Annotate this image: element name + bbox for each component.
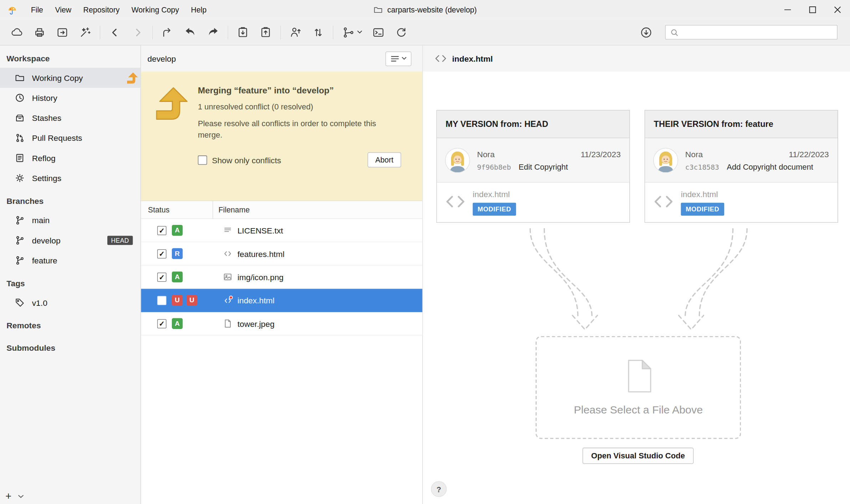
cloud-icon (10, 26, 23, 38)
sidebar-item-reflog[interactable]: Reflog (0, 148, 140, 168)
cloud-button[interactable] (5, 22, 28, 43)
commit-author: Nora (477, 149, 495, 159)
minimize-button[interactable] (775, 0, 800, 20)
sidebar-footer-menu-button[interactable] (18, 491, 24, 500)
sync-button[interactable] (307, 22, 330, 43)
sidebar-section-remotes: Remotes (0, 313, 140, 335)
sidebar-item-pull-requests[interactable]: Pull Requests (0, 128, 140, 148)
terminal-icon (372, 26, 385, 38)
modified-badge: MODIFIED (473, 202, 516, 215)
version-file-row[interactable]: index.html MODIFIED (645, 182, 838, 222)
checkout-button[interactable] (156, 22, 179, 43)
maximize-button[interactable] (800, 0, 825, 20)
code-icon (654, 193, 674, 212)
branch-name-label: develop (148, 54, 176, 63)
version-card[interactable]: THEIR VERSION from: feature Nora 11/22/2… (645, 110, 838, 223)
list-options-button[interactable] (385, 51, 411, 66)
show-only-conflicts-checkbox[interactable]: Show only conflicts (198, 155, 281, 165)
fetch-button[interactable] (635, 22, 657, 43)
code-file-icon (222, 248, 233, 259)
file-row-img-icon-png[interactable]: A img/icon.png (141, 266, 422, 289)
download-circle-icon (640, 26, 652, 38)
gear-icon (14, 173, 25, 183)
menu-repository[interactable]: Repository (77, 0, 126, 20)
status-badge-A: A (172, 272, 183, 282)
file-checkbox[interactable] (157, 295, 167, 305)
file-row-license-txt[interactable]: A LICENSE.txt (141, 219, 422, 242)
file-row-tower-jpeg[interactable]: A tower.jpeg (141, 312, 422, 335)
file-checkbox[interactable] (157, 319, 167, 328)
checkbox[interactable] (198, 155, 207, 165)
bent-arrow-icon (161, 26, 174, 38)
version-cards: MY VERSION from: HEAD Nora 11/23/2023 9f… (436, 110, 838, 223)
print-button[interactable] (28, 22, 51, 43)
sidebar-item-history[interactable]: History (0, 88, 140, 108)
sidebar-item-stashes[interactable]: Stashes (0, 108, 140, 128)
version-filename: index.html (681, 189, 724, 199)
open-vscode-button[interactable]: Open Visual Studio Code (583, 448, 694, 464)
merge-banner-title: Merging “feature” into “develop” (198, 86, 401, 95)
branch-icon (14, 255, 25, 266)
sidebar-item-v1-0[interactable]: v1.0 (0, 293, 140, 313)
merge-banner: Merging “feature” into “develop” 1 unres… (141, 72, 422, 201)
commit-message: Add Copyright document (727, 162, 813, 171)
search-input[interactable] (682, 27, 837, 37)
back-button[interactable] (103, 22, 126, 43)
push-button[interactable] (284, 22, 307, 43)
file-checkbox[interactable] (157, 226, 167, 235)
magic-wand-button[interactable] (74, 22, 97, 43)
menu-working-copy[interactable]: Working Copy (126, 0, 185, 20)
sidebar-item-label: feature (32, 256, 57, 265)
sidebar-item-feature[interactable]: feature (0, 250, 140, 270)
avatar (654, 148, 678, 172)
clipboard-up-icon (259, 26, 272, 38)
chevron-down-icon (401, 57, 406, 60)
refresh-button[interactable] (390, 22, 413, 43)
status-badge-R: R (172, 248, 183, 259)
sidebar-item-settings[interactable]: Settings (0, 168, 140, 188)
open-repo-button[interactable] (51, 22, 74, 43)
chevron-left-icon (108, 26, 121, 38)
merge-right-button[interactable] (202, 22, 225, 43)
file-checkbox[interactable] (157, 249, 167, 258)
file-status-header: develop (141, 46, 422, 72)
abort-button[interactable]: Abort (368, 152, 401, 168)
merge-actions-button[interactable] (337, 22, 367, 43)
box-arrow-icon (56, 26, 69, 38)
tag-icon (14, 297, 25, 308)
commit-summary: Nora 11/23/2023 9f96b8eb Edit Copyright (437, 138, 629, 183)
version-card-header: MY VERSION from: HEAD (437, 110, 629, 138)
stash-apply-button[interactable] (231, 22, 254, 43)
history-icon (14, 92, 25, 103)
sidebar-item-develop[interactable]: developHEAD (0, 230, 140, 250)
merge-left-button[interactable] (179, 22, 202, 43)
forward-button[interactable] (126, 22, 149, 43)
chevron-right-icon (131, 26, 144, 38)
menu-view[interactable]: View (49, 0, 77, 20)
file-row-index-html[interactable]: UU index.html (141, 289, 422, 312)
commit-hash: c3c18583 (685, 163, 719, 171)
toolbar-separator (152, 25, 153, 40)
code-icon (446, 193, 465, 212)
solid-arrow-left-icon (184, 26, 196, 38)
add-repository-button[interactable]: + (5, 491, 11, 501)
stash-save-button[interactable] (254, 22, 277, 43)
sidebar-item-label: develop (32, 236, 61, 245)
sidebar-item-working-copy[interactable]: Working Copy (0, 68, 140, 88)
list-icon (390, 55, 399, 62)
sidebar-item-main[interactable]: main (0, 210, 140, 230)
toolbar-separator (280, 25, 281, 40)
close-button[interactable] (825, 0, 850, 20)
commit-message: Edit Copyright (518, 162, 568, 171)
menu-file[interactable]: File (25, 0, 49, 20)
version-file-row[interactable]: index.html MODIFIED (437, 182, 629, 222)
menu-help[interactable]: Help (185, 0, 212, 20)
version-card-header: THEIR VERSION from: feature (645, 110, 838, 138)
terminal-button[interactable] (367, 22, 390, 43)
help-button[interactable]: ? (431, 481, 447, 497)
sidebar-item-label: Stashes (32, 113, 61, 123)
document-icon (624, 359, 653, 392)
version-card[interactable]: MY VERSION from: HEAD Nora 11/23/2023 9f… (436, 110, 630, 223)
file-row-features-html[interactable]: R features.html (141, 242, 422, 266)
file-checkbox[interactable] (157, 272, 167, 282)
